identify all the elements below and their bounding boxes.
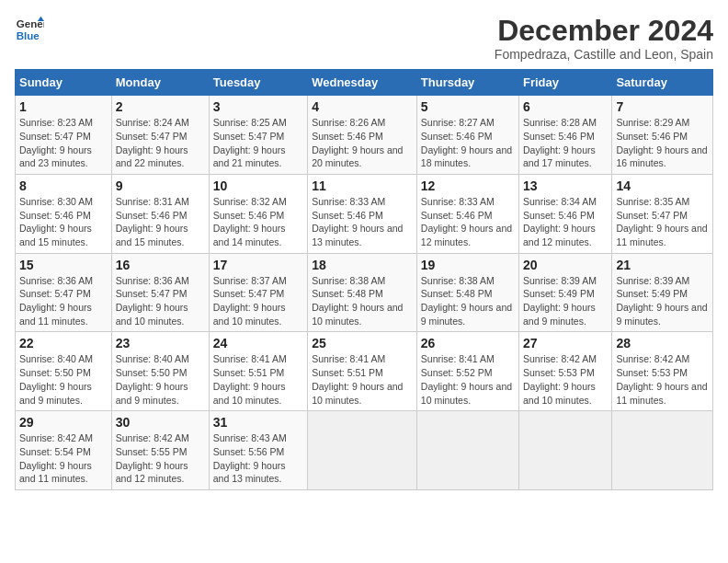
day-number: 27 [523,336,608,350]
calendar-day-cell: 13Sunrise: 8:34 AMSunset: 5:46 PMDayligh… [519,174,612,253]
day-sun-info: Sunrise: 8:41 AMSunset: 5:52 PMDaylight:… [421,352,515,407]
weekday-header-cell: Thursday [416,70,518,96]
calendar-day-cell: 11Sunrise: 8:33 AMSunset: 5:46 PMDayligh… [308,174,417,253]
day-sun-info: Sunrise: 8:39 AMSunset: 5:49 PMDaylight:… [523,274,608,328]
day-number: 20 [523,258,608,272]
day-number: 25 [312,336,413,350]
day-sun-info: Sunrise: 8:43 AMSunset: 5:56 PMDaylight:… [213,431,303,486]
day-sun-info: Sunrise: 8:41 AMSunset: 5:51 PMDaylight:… [312,352,413,407]
day-number: 3 [213,99,303,114]
calendar-week-row: 22Sunrise: 8:40 AMSunset: 5:50 PMDayligh… [16,332,713,411]
logo-icon: General Blue [15,15,44,44]
calendar-day-cell: 30Sunrise: 8:42 AMSunset: 5:55 PMDayligh… [111,411,209,490]
day-sun-info: Sunrise: 8:38 AMSunset: 5:48 PMDaylight:… [312,274,413,328]
day-number: 11 [312,178,413,193]
calendar-day-cell: 10Sunrise: 8:32 AMSunset: 5:46 PMDayligh… [209,174,307,253]
calendar-day-cell: 18Sunrise: 8:38 AMSunset: 5:48 PMDayligh… [308,253,417,332]
calendar-day-cell: 27Sunrise: 8:42 AMSunset: 5:53 PMDayligh… [519,332,612,411]
day-sun-info: Sunrise: 8:36 AMSunset: 5:47 PMDaylight:… [19,274,108,328]
calendar-day-cell: 29Sunrise: 8:42 AMSunset: 5:54 PMDayligh… [16,411,112,490]
calendar-day-cell: 25Sunrise: 8:41 AMSunset: 5:51 PMDayligh… [308,332,417,411]
title-area: December 2024 Fompedraza, Castille and L… [495,15,713,62]
calendar-day-cell: 19Sunrise: 8:38 AMSunset: 5:48 PMDayligh… [416,253,518,332]
day-sun-info: Sunrise: 8:40 AMSunset: 5:50 PMDaylight:… [19,352,108,407]
calendar-day-cell: 3Sunrise: 8:25 AMSunset: 5:47 PMDaylight… [209,96,307,175]
day-number: 31 [213,415,303,430]
calendar-day-cell: 15Sunrise: 8:36 AMSunset: 5:47 PMDayligh… [16,253,112,332]
day-sun-info: Sunrise: 8:39 AMSunset: 5:49 PMDaylight:… [616,274,709,328]
day-sun-info: Sunrise: 8:38 AMSunset: 5:48 PMDaylight:… [421,274,515,328]
month-title: December 2024 [495,15,713,47]
day-number: 12 [421,178,515,193]
day-number: 30 [116,415,205,430]
calendar-day-cell: 22Sunrise: 8:40 AMSunset: 5:50 PMDayligh… [16,332,112,411]
calendar-day-cell: 28Sunrise: 8:42 AMSunset: 5:53 PMDayligh… [612,332,713,411]
day-sun-info: Sunrise: 8:24 AMSunset: 5:47 PMDaylight:… [116,116,205,170]
day-number: 13 [523,178,608,193]
day-number: 21 [616,258,709,272]
day-sun-info: Sunrise: 8:35 AMSunset: 5:47 PMDaylight:… [616,195,709,249]
calendar-day-cell: 9Sunrise: 8:31 AMSunset: 5:46 PMDaylight… [111,174,209,253]
calendar-week-row: 1Sunrise: 8:23 AMSunset: 5:47 PMDaylight… [16,96,713,175]
day-sun-info: Sunrise: 8:28 AMSunset: 5:46 PMDaylight:… [523,116,608,170]
day-sun-info: Sunrise: 8:29 AMSunset: 5:46 PMDaylight:… [616,116,709,170]
day-number: 5 [421,99,515,114]
weekday-header-cell: Friday [519,70,612,96]
day-number: 1 [19,99,108,114]
calendar-day-cell: 23Sunrise: 8:40 AMSunset: 5:50 PMDayligh… [111,332,209,411]
day-number: 23 [116,336,205,350]
day-sun-info: Sunrise: 8:42 AMSunset: 5:55 PMDaylight:… [116,431,205,486]
day-sun-info: Sunrise: 8:42 AMSunset: 5:53 PMDaylight:… [523,352,608,407]
day-number: 16 [116,258,205,272]
calendar-day-cell: 17Sunrise: 8:37 AMSunset: 5:47 PMDayligh… [209,253,307,332]
day-sun-info: Sunrise: 8:36 AMSunset: 5:47 PMDaylight:… [116,274,205,328]
weekday-header-cell: Wednesday [308,70,417,96]
calendar-table: SundayMondayTuesdayWednesdayThursdayFrid… [15,69,713,490]
calendar-day-cell [612,411,713,490]
calendar-day-cell: 6Sunrise: 8:28 AMSunset: 5:46 PMDaylight… [519,96,612,175]
day-number: 28 [616,336,709,350]
day-sun-info: Sunrise: 8:23 AMSunset: 5:47 PMDaylight:… [19,116,108,170]
calendar-day-cell: 12Sunrise: 8:33 AMSunset: 5:46 PMDayligh… [416,174,518,253]
day-sun-info: Sunrise: 8:30 AMSunset: 5:46 PMDaylight:… [19,195,108,249]
weekday-header-cell: Monday [111,70,209,96]
day-number: 2 [116,99,205,114]
calendar-day-cell [416,411,518,490]
weekday-header-cell: Tuesday [209,70,307,96]
day-sun-info: Sunrise: 8:42 AMSunset: 5:53 PMDaylight:… [616,352,709,407]
calendar-day-cell: 16Sunrise: 8:36 AMSunset: 5:47 PMDayligh… [111,253,209,332]
calendar-week-row: 15Sunrise: 8:36 AMSunset: 5:47 PMDayligh… [16,253,713,332]
calendar-day-cell: 31Sunrise: 8:43 AMSunset: 5:56 PMDayligh… [209,411,307,490]
calendar-day-cell: 24Sunrise: 8:41 AMSunset: 5:51 PMDayligh… [209,332,307,411]
day-number: 18 [312,258,413,272]
page-header: General Blue December 2024 Fompedraza, C… [15,15,713,62]
calendar-day-cell: 26Sunrise: 8:41 AMSunset: 5:52 PMDayligh… [416,332,518,411]
svg-text:Blue: Blue [17,30,40,41]
calendar-day-cell: 8Sunrise: 8:30 AMSunset: 5:46 PMDaylight… [16,174,112,253]
calendar-day-cell: 20Sunrise: 8:39 AMSunset: 5:49 PMDayligh… [519,253,612,332]
day-number: 24 [213,336,303,350]
calendar-day-cell: 7Sunrise: 8:29 AMSunset: 5:46 PMDaylight… [612,96,713,175]
day-sun-info: Sunrise: 8:34 AMSunset: 5:46 PMDaylight:… [523,195,608,249]
day-number: 6 [523,99,608,114]
day-number: 26 [421,336,515,350]
day-sun-info: Sunrise: 8:32 AMSunset: 5:46 PMDaylight:… [213,195,303,249]
day-sun-info: Sunrise: 8:33 AMSunset: 5:46 PMDaylight:… [312,195,413,249]
calendar-body: 1Sunrise: 8:23 AMSunset: 5:47 PMDaylight… [16,96,713,490]
calendar-day-cell: 2Sunrise: 8:24 AMSunset: 5:47 PMDaylight… [111,96,209,175]
day-sun-info: Sunrise: 8:26 AMSunset: 5:46 PMDaylight:… [312,116,413,170]
calendar-day-cell: 1Sunrise: 8:23 AMSunset: 5:47 PMDaylight… [16,96,112,175]
day-sun-info: Sunrise: 8:31 AMSunset: 5:46 PMDaylight:… [116,195,205,249]
day-sun-info: Sunrise: 8:41 AMSunset: 5:51 PMDaylight:… [213,352,303,407]
day-number: 17 [213,258,303,272]
day-sun-info: Sunrise: 8:25 AMSunset: 5:47 PMDaylight:… [213,116,303,170]
day-sun-info: Sunrise: 8:27 AMSunset: 5:46 PMDaylight:… [421,116,515,170]
location-subtitle: Fompedraza, Castille and Leon, Spain [495,47,713,62]
day-sun-info: Sunrise: 8:33 AMSunset: 5:46 PMDaylight:… [421,195,515,249]
day-sun-info: Sunrise: 8:37 AMSunset: 5:47 PMDaylight:… [213,274,303,328]
logo: General Blue [15,15,44,44]
day-number: 10 [213,178,303,193]
day-number: 29 [19,415,108,430]
calendar-day-cell: 14Sunrise: 8:35 AMSunset: 5:47 PMDayligh… [612,174,713,253]
calendar-day-cell [308,411,417,490]
